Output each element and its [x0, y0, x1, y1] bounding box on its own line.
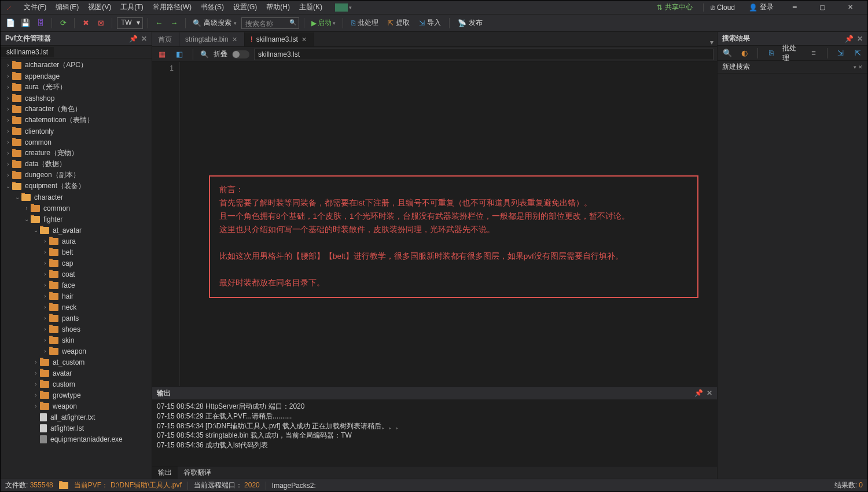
- expand-icon[interactable]: [32, 403, 40, 409]
- save-all-icon[interactable]: 🗄: [34, 17, 47, 30]
- editor-tab[interactable]: stringtable.bin✕: [179, 32, 245, 46]
- layout-icon-2[interactable]: ◧: [173, 48, 186, 61]
- tree-item[interactable]: custom: [1, 379, 152, 390]
- menu-常用路径(W)[interactable]: 常用路径(W): [148, 3, 196, 11]
- close-output-icon[interactable]: ✕: [707, 389, 712, 397]
- tree-item[interactable]: at_custom: [1, 357, 152, 368]
- tree-item[interactable]: aura（光环）: [1, 82, 152, 93]
- expand-icon[interactable]: [41, 304, 49, 310]
- expand-icon[interactable]: [4, 161, 12, 167]
- tree-item[interactable]: coat: [1, 269, 152, 280]
- editor-tab[interactable]: 首页: [152, 32, 179, 46]
- share-center-button[interactable]: ⇅共享中心: [651, 2, 698, 12]
- expand-icon[interactable]: [41, 326, 49, 332]
- expand-icon[interactable]: [41, 249, 49, 255]
- expand-icon[interactable]: [4, 128, 12, 134]
- import-icon[interactable]: ⇲: [834, 47, 847, 60]
- close-right-icon[interactable]: ✕: [857, 35, 863, 43]
- expand-icon[interactable]: [23, 216, 31, 222]
- encoding-select[interactable]: TW: [117, 17, 143, 29]
- chevron-down-icon[interactable]: ▾: [349, 5, 352, 10]
- tree-item[interactable]: dungeon（副本）: [1, 170, 152, 181]
- tree-item[interactable]: data（数据）: [1, 159, 152, 170]
- menu-帮助(H)[interactable]: 帮助(H): [262, 3, 295, 11]
- fold-toggle[interactable]: [232, 50, 249, 58]
- tree-item[interactable]: cap: [1, 258, 152, 269]
- expand-icon[interactable]: [41, 260, 49, 266]
- menu-编辑(E)[interactable]: 编辑(E): [51, 3, 83, 11]
- tree-item[interactable]: character（角色）: [1, 104, 152, 115]
- tree-item[interactable]: face: [1, 280, 152, 291]
- expand-icon[interactable]: [4, 84, 12, 90]
- expand-icon[interactable]: [41, 271, 49, 277]
- expand-icon[interactable]: [4, 150, 12, 156]
- minimize-button[interactable]: ━: [782, 1, 807, 14]
- menu-文件(F)[interactable]: 文件(F): [19, 3, 51, 11]
- tree-item[interactable]: equipment（装备）: [1, 181, 152, 192]
- close-tab-icon[interactable]: ✕: [232, 36, 237, 43]
- maximize-button[interactable]: ▢: [810, 1, 835, 14]
- extract-button[interactable]: ⇱提取: [384, 18, 413, 28]
- pin-icon[interactable]: 📌: [129, 35, 138, 43]
- menu-视图(V)[interactable]: 视图(V): [83, 3, 116, 11]
- tree-item[interactable]: belt: [1, 247, 152, 258]
- advanced-search-button[interactable]: 🔍高级搜索▾: [190, 18, 239, 28]
- search-icon[interactable]: 🔍: [721, 47, 734, 60]
- pin-icon[interactable]: 📌: [694, 389, 703, 397]
- expand-icon[interactable]: [41, 282, 49, 288]
- tree-item[interactable]: aicharacter（APC）: [1, 60, 152, 71]
- tree-item[interactable]: hair: [1, 291, 152, 302]
- search-input[interactable]: 搜索名称: [241, 17, 299, 29]
- tab-overflow-icon[interactable]: ▾: [707, 38, 717, 46]
- tree-item[interactable]: clientonly: [1, 126, 152, 137]
- expand-icon[interactable]: [4, 106, 12, 112]
- close-button[interactable]: ✕: [837, 1, 863, 14]
- publish-button[interactable]: 📡发布: [454, 18, 486, 28]
- expand-icon[interactable]: [13, 194, 21, 200]
- import-button[interactable]: ⇲导入: [415, 18, 444, 28]
- close-pane-icon[interactable]: ✕: [141, 35, 147, 43]
- tree-item[interactable]: equipmentaniadder.exe: [1, 434, 152, 445]
- menu-主题(K)[interactable]: 主题(K): [295, 3, 327, 11]
- tree-item[interactable]: appendage: [1, 71, 152, 82]
- current-pvf[interactable]: 当前PVF：D:\DNF辅助\工具人.pvf: [59, 480, 182, 490]
- menu-设置(G)[interactable]: 设置(G): [229, 3, 262, 11]
- expand-icon[interactable]: [23, 205, 31, 211]
- expand-icon[interactable]: [41, 238, 49, 244]
- expand-icon[interactable]: [32, 370, 40, 376]
- run-button[interactable]: ▶ 启动 ▾: [309, 18, 338, 28]
- list-icon[interactable]: ≡: [807, 47, 820, 60]
- refresh-icon[interactable]: ⟳: [57, 17, 69, 30]
- tree-item[interactable]: all_atfighter.txt: [1, 412, 152, 423]
- expand-icon[interactable]: [41, 315, 49, 321]
- stop-icon[interactable]: ◐: [738, 47, 751, 60]
- breadcrumb-input[interactable]: skillname3.lst: [254, 49, 713, 60]
- batch-action-icon[interactable]: ⎘: [765, 47, 778, 60]
- expand-icon[interactable]: [4, 62, 12, 68]
- expand-icon[interactable]: [41, 337, 49, 343]
- file-tree[interactable]: aicharacter（APC）appendageaura（光环）cashsho…: [1, 58, 152, 479]
- expand-icon[interactable]: [4, 95, 12, 101]
- delete-all-icon[interactable]: ⊠: [94, 17, 107, 30]
- tree-item[interactable]: growtype: [1, 390, 152, 401]
- expand-icon[interactable]: [4, 183, 12, 189]
- editor-tab[interactable]: !skillname3.lst✕: [245, 32, 314, 46]
- menu-书签(S)[interactable]: 书签(S): [196, 3, 229, 11]
- tree-item[interactable]: shoes: [1, 324, 152, 335]
- tree-item[interactable]: weapon: [1, 346, 152, 357]
- expand-icon[interactable]: [32, 359, 40, 365]
- tree-item[interactable]: cashshop: [1, 93, 152, 104]
- pin-icon[interactable]: 📌: [845, 35, 854, 43]
- code-area[interactable]: 前言： 首先需要了解时装等同装备，都需要在lst下注册，且编号不可重复（也不可和…: [180, 62, 717, 386]
- tree-item[interactable]: weapon: [1, 401, 152, 412]
- tree-item[interactable]: skin: [1, 335, 152, 346]
- tree-item[interactable]: atfighter.lst: [1, 423, 152, 434]
- tree-item[interactable]: common: [1, 203, 152, 214]
- tree-item[interactable]: fighter: [1, 214, 152, 225]
- save-icon[interactable]: 💾: [19, 17, 32, 30]
- expand-icon[interactable]: [4, 172, 12, 178]
- menu-工具(T)[interactable]: 工具(T): [116, 3, 148, 11]
- tree-item[interactable]: at_avatar: [1, 225, 152, 236]
- batch-button[interactable]: ⎘批处理: [348, 18, 382, 28]
- tree-item[interactable]: character: [1, 192, 152, 203]
